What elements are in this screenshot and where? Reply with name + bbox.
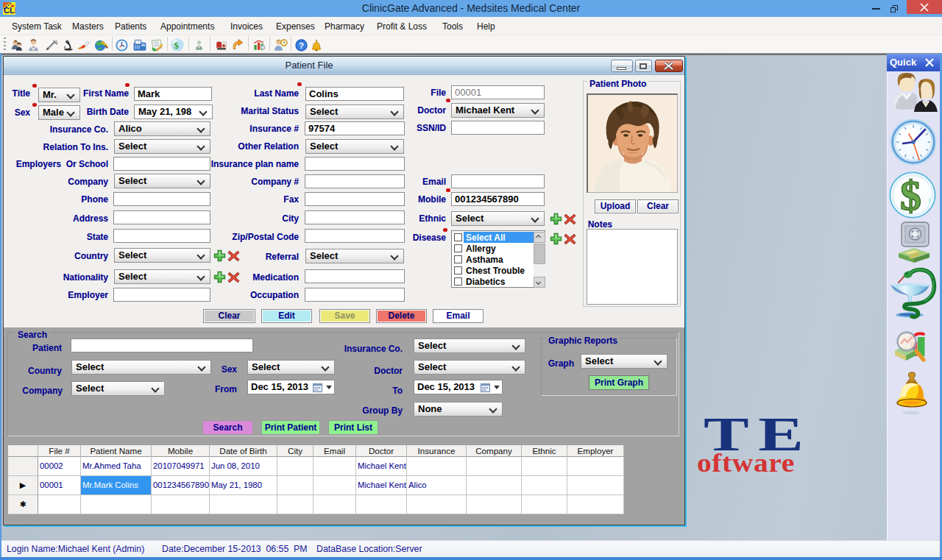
svg-text:$: $ xyxy=(900,171,921,219)
svg-text:CLI: CLI xyxy=(4,6,15,15)
svg-text:?: ? xyxy=(299,41,304,50)
svg-text:$: $ xyxy=(174,40,179,51)
